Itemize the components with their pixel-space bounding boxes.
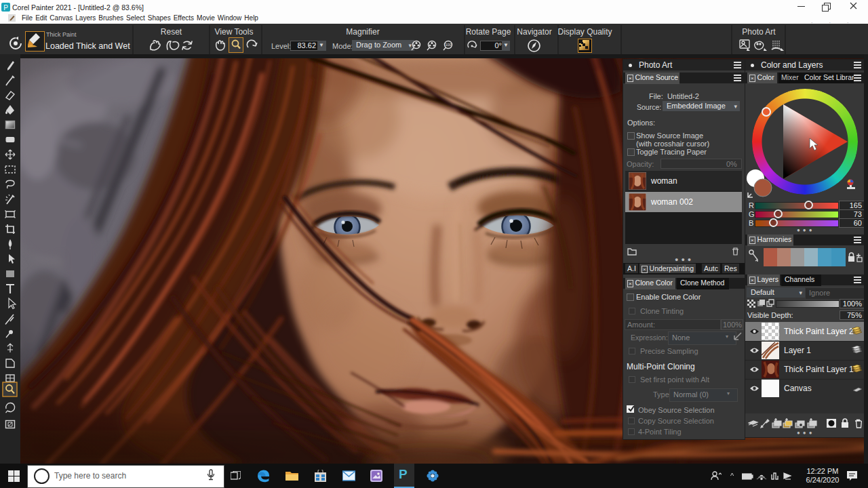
svg-text:P: P — [3, 4, 8, 12]
svg-text:100: 100 — [445, 43, 451, 47]
